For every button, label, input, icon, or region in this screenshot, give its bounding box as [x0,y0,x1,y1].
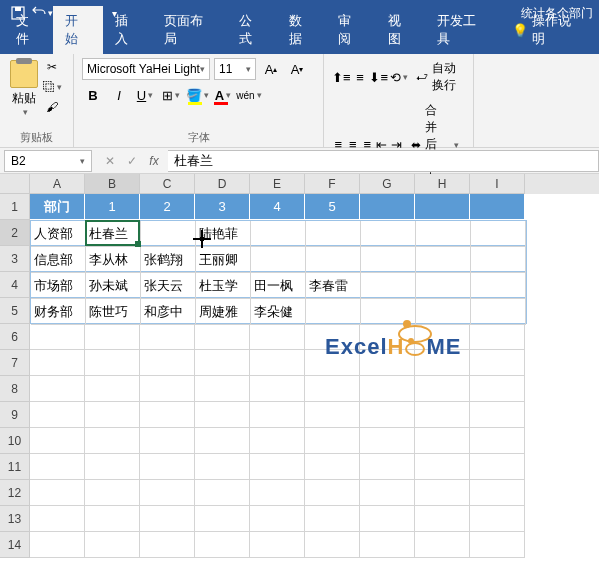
row-header[interactable]: 1 [0,194,30,220]
tab-help[interactable]: 💡操作说明 [500,6,595,54]
cell[interactable] [140,480,195,506]
cell[interactable] [470,376,525,402]
cancel-icon[interactable]: ✕ [100,151,120,171]
cell[interactable] [85,324,140,350]
col-header[interactable]: A [30,174,85,194]
row-header[interactable]: 4 [0,272,30,298]
cell[interactable] [250,324,305,350]
row-header[interactable]: 2 [0,220,30,246]
cell[interactable] [360,506,415,532]
wrap-text-button[interactable]: ⮐自动换行 [410,58,465,96]
cell[interactable] [30,532,85,558]
cell[interactable] [470,506,525,532]
paste-button[interactable]: 粘贴 ▾ [8,58,40,119]
cell[interactable] [140,324,195,350]
cell[interactable] [85,454,140,480]
cell[interactable] [470,532,525,558]
cell[interactable] [416,247,471,273]
cell[interactable] [416,299,471,325]
cell[interactable]: 和彦中 [141,299,196,325]
cell[interactable]: 4 [250,194,305,220]
tab-home[interactable]: 开始 [53,6,102,54]
cell[interactable]: 周婕雅 [196,299,251,325]
cell[interactable] [85,350,140,376]
cell[interactable] [195,506,250,532]
cell[interactable] [195,532,250,558]
cell[interactable]: 5 [305,194,360,220]
col-header[interactable]: I [470,174,525,194]
cell[interactable] [195,428,250,454]
cell[interactable] [305,376,360,402]
cell[interactable] [361,299,416,325]
cell[interactable] [360,376,415,402]
cell[interactable] [251,221,306,247]
cell[interactable] [415,428,470,454]
cell[interactable] [306,299,361,325]
tab-data[interactable]: 数据 [277,6,326,54]
row-header[interactable]: 5 [0,298,30,324]
cell[interactable] [195,324,250,350]
cell[interactable] [140,402,195,428]
cell[interactable] [360,324,415,350]
cell[interactable] [305,324,360,350]
col-header[interactable]: F [305,174,360,194]
cell[interactable] [470,480,525,506]
cell[interactable] [360,532,415,558]
cell[interactable] [85,480,140,506]
cell[interactable] [140,454,195,480]
cell[interactable] [415,376,470,402]
cell[interactable] [360,402,415,428]
fill-color-button[interactable]: 🪣▾ [186,84,208,106]
tab-formulas[interactable]: 公式 [227,6,276,54]
cell[interactable] [85,428,140,454]
cell[interactable]: 孙未斌 [86,273,141,299]
tab-insert[interactable]: 插入 [103,6,152,54]
cell[interactable] [470,194,525,220]
cell[interactable] [471,273,526,299]
cell[interactable] [305,454,360,480]
cell[interactable] [415,532,470,558]
cell[interactable] [250,350,305,376]
col-header[interactable]: E [250,174,305,194]
align-bottom-icon[interactable]: ⬇≡ [369,66,388,88]
row-header[interactable]: 14 [0,532,30,558]
row-header[interactable]: 6 [0,324,30,350]
align-middle-icon[interactable]: ≡ [353,66,368,88]
cell[interactable]: 张天云 [141,273,196,299]
row-header[interactable]: 12 [0,480,30,506]
cell[interactable] [305,428,360,454]
cell[interactable] [471,299,526,325]
tab-developer[interactable]: 开发工具 [425,6,500,54]
cell[interactable]: 陆艳菲 [196,221,251,247]
cell[interactable] [30,402,85,428]
cell[interactable] [140,350,195,376]
format-painter-icon[interactable]: 🖌 [42,98,62,116]
cell[interactable] [30,376,85,402]
formula-input[interactable]: 杜春兰 [168,150,599,172]
cell[interactable] [250,532,305,558]
cell[interactable]: 部门 [30,194,85,220]
align-top-icon[interactable]: ⬆≡ [332,66,351,88]
cell[interactable] [415,454,470,480]
cell[interactable]: 财务部 [31,299,86,325]
cell[interactable] [30,454,85,480]
cell[interactable] [195,350,250,376]
cell[interactable] [250,402,305,428]
row-header[interactable]: 11 [0,454,30,480]
cell[interactable] [470,350,525,376]
cell[interactable]: 1 [85,194,140,220]
cell[interactable] [415,402,470,428]
col-header[interactable]: C [140,174,195,194]
cell[interactable] [360,480,415,506]
cell[interactable] [415,350,470,376]
cell[interactable] [360,350,415,376]
cell[interactable] [415,194,470,220]
tab-file[interactable]: 文件 [4,6,53,54]
copy-icon[interactable]: ⿻▾ [42,78,62,96]
cell[interactable]: 2 [140,194,195,220]
tab-view[interactable]: 视图 [376,6,425,54]
row-header[interactable]: 3 [0,246,30,272]
cell[interactable] [140,428,195,454]
cell[interactable] [30,324,85,350]
cell[interactable]: 李春雷 [306,273,361,299]
